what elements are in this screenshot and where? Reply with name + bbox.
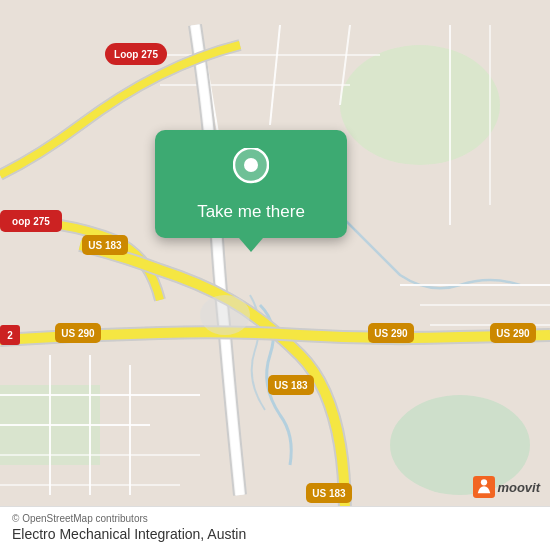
svg-text:US 290: US 290 — [496, 328, 530, 339]
svg-text:US 183: US 183 — [274, 380, 308, 391]
moovit-branding: moovit — [473, 476, 540, 498]
svg-point-21 — [200, 295, 250, 335]
svg-text:US 183: US 183 — [88, 240, 122, 251]
location-pin-icon — [229, 148, 273, 192]
map-background: Loop 275 US 183 I 35 US 290 US 290 US 29… — [0, 0, 550, 550]
svg-text:Loop 275: Loop 275 — [114, 49, 158, 60]
take-me-there-label: Take me there — [197, 202, 305, 222]
map-attribution: © OpenStreetMap contributors — [12, 513, 538, 524]
map-container: Loop 275 US 183 I 35 US 290 US 290 US 29… — [0, 0, 550, 550]
svg-point-46 — [481, 479, 487, 485]
moovit-text: moovit — [497, 480, 540, 495]
svg-text:oop 275: oop 275 — [12, 216, 50, 227]
svg-text:US 183: US 183 — [312, 488, 346, 499]
svg-text:US 290: US 290 — [61, 328, 95, 339]
bottom-info-bar: © OpenStreetMap contributors Electro Mec… — [0, 506, 550, 550]
location-tooltip[interactable]: Take me there — [155, 130, 347, 238]
svg-text:2: 2 — [7, 330, 13, 341]
location-title: Electro Mechanical Integration, Austin — [12, 526, 538, 542]
svg-text:US 290: US 290 — [374, 328, 408, 339]
svg-point-1 — [340, 45, 500, 165]
moovit-icon — [473, 476, 495, 498]
